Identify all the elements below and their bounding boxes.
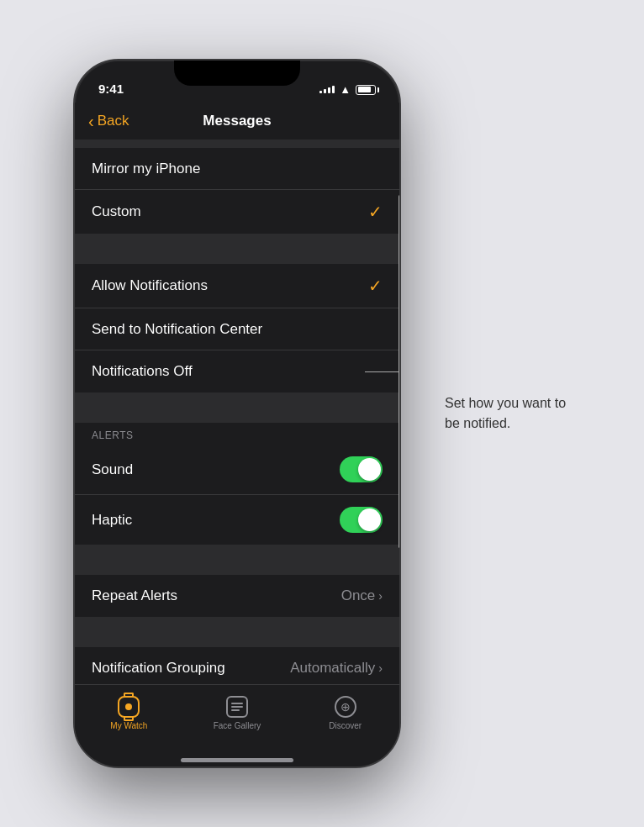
- tab-my-watch[interactable]: My Watch: [75, 692, 183, 730]
- notification-grouping-label: Notification Grouping: [92, 660, 225, 677]
- repeat-alerts-label: Repeat Alerts: [92, 587, 177, 604]
- gap-5: [75, 617, 399, 647]
- haptic-toggle-thumb: [358, 508, 381, 531]
- repeat-alerts-value-container: Once ›: [341, 587, 383, 604]
- repeat-alerts-section: Repeat Alerts Once ›: [75, 575, 399, 617]
- notification-grouping-row[interactable]: Notification Grouping Automatically ›: [75, 647, 399, 684]
- tab-discover[interactable]: ⊕ Discover: [291, 692, 399, 730]
- home-indicator: [75, 760, 399, 766]
- haptic-toggle[interactable]: [340, 507, 383, 533]
- mirror-section: Mirror my iPhone Custom ✓: [75, 148, 399, 234]
- notification-grouping-value-container: Automatically ›: [290, 660, 383, 677]
- mirror-label: Mirror my iPhone: [92, 161, 200, 177]
- sound-row[interactable]: Sound: [75, 445, 399, 495]
- face-gallery-label: Face Gallery: [214, 721, 261, 730]
- page-title: Messages: [203, 113, 271, 129]
- wifi-icon: ▲: [340, 83, 351, 96]
- tab-face-gallery[interactable]: Face Gallery: [183, 692, 292, 730]
- alerts-header: ALERTS: [75, 423, 399, 445]
- gap-4: [75, 545, 399, 575]
- my-watch-label: My Watch: [110, 721, 147, 730]
- custom-label: Custom: [92, 203, 141, 220]
- gap-3: [75, 392, 399, 423]
- allow-notifications-checkmark-icon: ✓: [368, 276, 383, 296]
- haptic-row[interactable]: Haptic: [75, 495, 399, 545]
- notifications-off-label: Notifications Off: [92, 363, 193, 380]
- alerts-section: ALERTS Sound Haptic: [75, 423, 399, 545]
- notification-grouping-value: Automatically: [290, 660, 375, 677]
- send-to-notification-center-row[interactable]: Send to Notification Center: [75, 308, 399, 350]
- repeat-alerts-value: Once: [341, 587, 376, 604]
- my-watch-icon: [117, 695, 140, 719]
- watch-icon: [118, 696, 140, 718]
- back-chevron-icon: ‹: [88, 112, 94, 131]
- haptic-label: Haptic: [92, 512, 132, 529]
- notch: [174, 61, 300, 86]
- phone: 9:41 ▲ ‹ Back: [73, 59, 401, 768]
- notifications-off-row[interactable]: Notifications Off: [75, 350, 399, 392]
- annotation: Set how you want to be notified.: [428, 393, 571, 434]
- scene: 9:41 ▲ ‹ Back: [73, 59, 571, 768]
- bracket-line: [399, 195, 401, 548]
- compass-needle-icon: ⊕: [340, 700, 351, 714]
- face-gallery-icon: [225, 695, 249, 719]
- compass-icon: ⊕: [335, 696, 356, 718]
- tab-bar: My Watch Face Gallery: [75, 684, 399, 760]
- nav-bar: ‹ Back Messages: [75, 103, 399, 140]
- face-icon: [226, 696, 248, 718]
- discover-label: Discover: [329, 721, 362, 730]
- repeat-alerts-chevron-icon: ›: [378, 589, 383, 603]
- sound-toggle[interactable]: [340, 456, 383, 482]
- discover-icon: ⊕: [334, 695, 357, 719]
- gap-1: [75, 140, 399, 148]
- home-bar: [181, 758, 293, 762]
- bracket-connector: [365, 371, 399, 372]
- back-button[interactable]: ‹ Back: [88, 112, 129, 131]
- allow-notifications-label: Allow Notifications: [92, 277, 208, 294]
- status-icons: ▲: [319, 83, 376, 96]
- notifications-section: Allow Notifications ✓ Send to Notificati…: [75, 264, 399, 392]
- annotation-text: Set how you want to be notified.: [445, 393, 571, 434]
- send-notification-center-label: Send to Notification Center: [92, 321, 262, 338]
- notification-grouping-section: Notification Grouping Automatically ›: [75, 647, 399, 684]
- allow-notifications-row[interactable]: Allow Notifications ✓: [75, 264, 399, 308]
- status-time: 9:41: [98, 82, 124, 96]
- mirror-row[interactable]: Mirror my iPhone: [75, 148, 399, 190]
- signal-icon: [319, 86, 335, 93]
- gap-2: [75, 234, 399, 264]
- sound-toggle-thumb: [358, 458, 381, 481]
- content-scroll[interactable]: Mirror my iPhone Custom ✓ Allow Notifica…: [75, 140, 399, 684]
- repeat-alerts-row[interactable]: Repeat Alerts Once ›: [75, 575, 399, 617]
- sound-label: Sound: [92, 461, 133, 478]
- notification-grouping-chevron-icon: ›: [378, 661, 383, 675]
- screen: ‹ Back Messages Mirror my iPhone Custom …: [75, 103, 399, 766]
- custom-checkmark-icon: ✓: [368, 202, 383, 222]
- battery-icon: [356, 85, 376, 95]
- back-label: Back: [98, 113, 129, 129]
- custom-row[interactable]: Custom ✓: [75, 190, 399, 234]
